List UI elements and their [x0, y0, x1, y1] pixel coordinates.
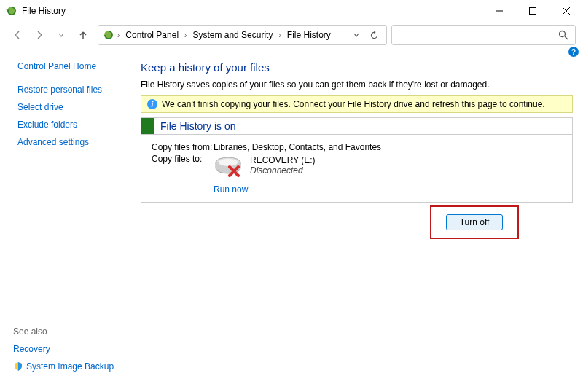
recent-dropdown[interactable] — [51, 25, 71, 45]
drive-icon — [214, 155, 243, 177]
up-button[interactable] — [73, 25, 93, 45]
status-title: File History is on — [154, 120, 235, 132]
copy-from-label: Copy files from: — [152, 142, 214, 152]
chevron-right-icon: › — [116, 31, 121, 39]
navigation-bar: › Control Panel › System and Security › … — [0, 22, 583, 48]
svg-rect-2 — [530, 8, 536, 15]
page-description: File History saves copies of your files … — [141, 79, 573, 90]
copy-from-value: Libraries, Desktop, Contacts, and Favori… — [214, 142, 562, 152]
help-icon[interactable]: ? — [568, 47, 579, 57]
window-title: File History — [22, 6, 482, 16]
chevron-right-icon: › — [277, 31, 282, 39]
app-icon — [6, 5, 17, 17]
search-icon[interactable] — [557, 29, 569, 41]
minimize-button[interactable] — [482, 0, 516, 22]
breadcrumb-item[interactable]: System and Security — [189, 28, 275, 42]
control-panel-icon — [103, 29, 114, 41]
title-bar: File History — [0, 0, 583, 22]
main-panel: ? Keep a history of your files File Hist… — [128, 48, 583, 392]
info-icon: i — [147, 99, 157, 109]
turn-off-highlight: Turn off — [430, 205, 519, 239]
address-dropdown[interactable] — [348, 27, 364, 43]
details-panel: Copy files from: Libraries, Desktop, Con… — [141, 134, 573, 203]
copy-to-label: Copy files to: — [152, 154, 214, 177]
drive-name: RECOVERY (E:) — [250, 155, 316, 165]
see-also-label: See also — [13, 326, 114, 337]
search-box[interactable] — [391, 25, 576, 45]
warning-text: We can't finish copying your files. Conn… — [162, 99, 545, 109]
back-button[interactable] — [7, 25, 28, 45]
run-now-link[interactable]: Run now — [214, 184, 562, 195]
shield-icon — [13, 361, 23, 372]
svg-point-5 — [104, 31, 113, 39]
chevron-right-icon: › — [183, 31, 188, 39]
turn-off-button[interactable]: Turn off — [446, 214, 504, 230]
breadcrumb-item[interactable]: File History — [284, 28, 334, 42]
breadcrumb-item[interactable]: Control Panel — [122, 28, 181, 42]
refresh-button[interactable] — [366, 27, 382, 43]
sidebar-link-system-image-backup[interactable]: System Image Backup — [13, 361, 114, 372]
maximize-button[interactable] — [516, 0, 549, 22]
svg-line-7 — [565, 36, 568, 39]
close-button[interactable] — [549, 0, 583, 22]
forward-button[interactable] — [29, 25, 50, 45]
drive-status: Disconnected — [250, 165, 316, 176]
page-title: Keep a history of your files — [141, 61, 573, 74]
sidebar-link-restore[interactable]: Restore personal files — [17, 85, 128, 95]
status-panel: File History is on — [141, 117, 573, 134]
address-bar[interactable]: › Control Panel › System and Security › … — [98, 25, 387, 45]
control-panel-home-link[interactable]: Control Panel Home — [17, 61, 128, 71]
sidebar-link-advanced[interactable]: Advanced settings — [17, 137, 128, 147]
sidebar-link-recovery[interactable]: Recovery — [13, 344, 114, 354]
svg-point-6 — [560, 31, 566, 37]
sidebar-link-exclude[interactable]: Exclude folders — [17, 119, 128, 130]
search-input[interactable] — [398, 30, 557, 40]
sidebar-link-select-drive[interactable]: Select drive — [17, 102, 128, 112]
sidebar: Control Panel Home Restore personal file… — [0, 48, 128, 392]
status-indicator-icon — [141, 118, 154, 134]
warning-bar: i We can't finish copying your files. Co… — [141, 95, 573, 113]
svg-point-9 — [219, 159, 238, 166]
